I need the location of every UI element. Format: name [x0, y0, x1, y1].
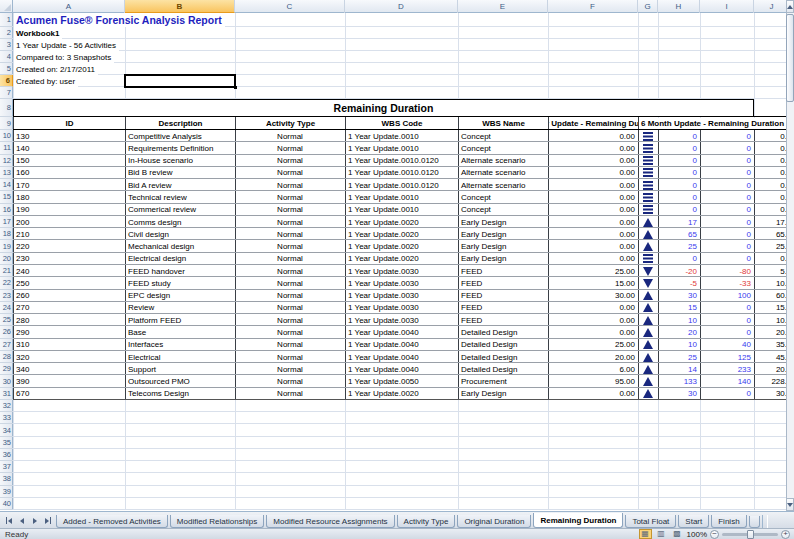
row-header-5[interactable]: 5: [0, 63, 13, 75]
cell-I26[interactable]: 0: [701, 326, 753, 338]
cell-I30[interactable]: 140: [701, 375, 753, 387]
cell-G23[interactable]: [639, 290, 657, 302]
cell-F19[interactable]: 0.00: [549, 240, 637, 252]
row-header-37[interactable]: 37: [0, 461, 13, 473]
cell-H22[interactable]: -5: [659, 277, 699, 289]
cell-I19[interactable]: 0: [701, 240, 753, 252]
sheet-tab-remaining-duration[interactable]: Remaining Duration: [533, 513, 623, 528]
cell-J12[interactable]: 0.: [755, 155, 786, 167]
row-header-11[interactable]: 11: [0, 142, 13, 154]
cell-B22[interactable]: FEED study: [126, 277, 234, 289]
cell-D26[interactable]: 1 Year Update.0040: [346, 326, 457, 338]
cell-G19[interactable]: [639, 240, 657, 252]
sheet-tab-finish[interactable]: Finish: [711, 515, 746, 528]
cell-D30[interactable]: 1 Year Update.0050: [346, 375, 457, 387]
cell-F15[interactable]: 0.00: [549, 191, 637, 203]
sheet-tab-modified-relationships[interactable]: Modified Relationships: [170, 515, 265, 528]
row-header-1[interactable]: 1: [0, 13, 13, 27]
cell-A22[interactable]: 250: [14, 277, 124, 289]
zoom-in-button[interactable]: +: [781, 530, 790, 539]
cell-J19[interactable]: 25.: [755, 240, 786, 252]
cell-D22[interactable]: 1 Year Update.0030: [346, 277, 457, 289]
row-header-16[interactable]: 16: [0, 204, 13, 216]
row-header-39[interactable]: 39: [0, 486, 13, 498]
cell-H19[interactable]: 25: [659, 240, 699, 252]
cell-E26[interactable]: Detailed Design: [459, 326, 547, 338]
cell-G11[interactable]: [639, 142, 657, 154]
row-header-31[interactable]: 31: [0, 388, 13, 400]
row-header-22[interactable]: 22: [0, 277, 13, 289]
cell-C22[interactable]: Normal: [236, 277, 344, 289]
row-header-27[interactable]: 27: [0, 339, 13, 351]
cell-E30[interactable]: Procurement: [459, 375, 547, 387]
row-header-35[interactable]: 35: [0, 437, 13, 449]
row-header-25[interactable]: 25: [0, 314, 13, 326]
fill-handle[interactable]: [234, 86, 237, 89]
cell-A12[interactable]: 150: [14, 155, 124, 167]
column-header-H[interactable]: H: [658, 0, 700, 13]
row-header-26[interactable]: 26: [0, 326, 13, 338]
cell-J22[interactable]: 10.: [755, 277, 786, 289]
cell-F26[interactable]: 0.00: [549, 326, 637, 338]
cell-E23[interactable]: FEED: [459, 290, 547, 302]
cell-J11[interactable]: 0.: [755, 142, 786, 154]
selected-cell-outline[interactable]: [124, 74, 236, 88]
zoom-slider-thumb[interactable]: [747, 530, 754, 539]
cell-D12[interactable]: 1 Year Update.0010.0120: [346, 155, 457, 167]
cell-G15[interactable]: [639, 191, 657, 203]
row-header-2[interactable]: 2: [0, 27, 13, 39]
row-header-3[interactable]: 3: [0, 39, 13, 51]
last-sheet-button[interactable]: [42, 515, 53, 526]
cell-H15[interactable]: 0: [659, 191, 699, 203]
select-all-corner[interactable]: [0, 0, 13, 13]
cell-C30[interactable]: Normal: [236, 375, 344, 387]
cell-H12[interactable]: 0: [659, 155, 699, 167]
row-header-19[interactable]: 19: [0, 240, 13, 252]
cell-J15[interactable]: 0.: [755, 191, 786, 203]
next-sheet-button[interactable]: [29, 515, 40, 526]
cell-A15[interactable]: 180: [14, 191, 124, 203]
sheet-tab-start[interactable]: Start: [678, 515, 709, 528]
row-header-36[interactable]: 36: [0, 449, 13, 461]
cell-J23[interactable]: 60.: [755, 290, 786, 302]
zoom-slider[interactable]: [722, 533, 778, 536]
column-header-I[interactable]: I: [700, 0, 754, 13]
cell-I23[interactable]: 100: [701, 290, 753, 302]
scroll-up-button[interactable]: [786, 0, 794, 13]
cell-I12[interactable]: 0: [701, 155, 753, 167]
cell-I11[interactable]: 0: [701, 142, 753, 154]
row-header-30[interactable]: 30: [0, 375, 13, 387]
cell-B19[interactable]: Mechanical design: [126, 240, 234, 252]
column-header-F[interactable]: F: [548, 0, 638, 13]
row-header-29[interactable]: 29: [0, 363, 13, 375]
sheet-tab-total-float[interactable]: Total Float: [625, 515, 676, 528]
table-header-3[interactable]: WBS Code: [346, 118, 458, 129]
cell-H26[interactable]: 20: [659, 326, 699, 338]
sheet-tab-activity-type[interactable]: Activity Type: [397, 515, 456, 528]
column-header-D[interactable]: D: [345, 0, 458, 13]
cell-E11[interactable]: Concept: [459, 142, 547, 154]
cell-B12[interactable]: In-House scenario: [126, 155, 234, 167]
row-header-8[interactable]: 8: [0, 99, 13, 117]
cell-C12[interactable]: Normal: [236, 155, 344, 167]
cell-D11[interactable]: 1 Year Update.0010: [346, 142, 457, 154]
cell-F22[interactable]: 15.00: [549, 277, 637, 289]
cell-B15[interactable]: Technical review: [126, 191, 234, 203]
cell-A23[interactable]: 260: [14, 290, 124, 302]
cell-E15[interactable]: Concept: [459, 191, 547, 203]
cell-I15[interactable]: 0: [701, 191, 753, 203]
cell-G30[interactable]: [639, 375, 657, 387]
vertical-scroll-thumb[interactable]: [786, 14, 794, 102]
tab-split-handle[interactable]: [762, 515, 768, 528]
row-header-10[interactable]: 10: [0, 130, 13, 142]
column-header-J[interactable]: J: [754, 0, 786, 13]
row-header-13[interactable]: 13: [0, 167, 13, 179]
cell-F11[interactable]: 0.00: [549, 142, 637, 154]
normal-view-button[interactable]: ▦: [639, 529, 652, 539]
sheet-tab-modified-resource-assignments[interactable]: Modified Resource Assignments: [266, 515, 394, 528]
sheet-tab-added-removed-activities[interactable]: Added - Removed Activities: [56, 515, 168, 528]
cell-C26[interactable]: Normal: [236, 326, 344, 338]
row-header-6[interactable]: 6: [0, 75, 13, 87]
row-header-24[interactable]: 24: [0, 302, 13, 314]
cell-H11[interactable]: 0: [659, 142, 699, 154]
